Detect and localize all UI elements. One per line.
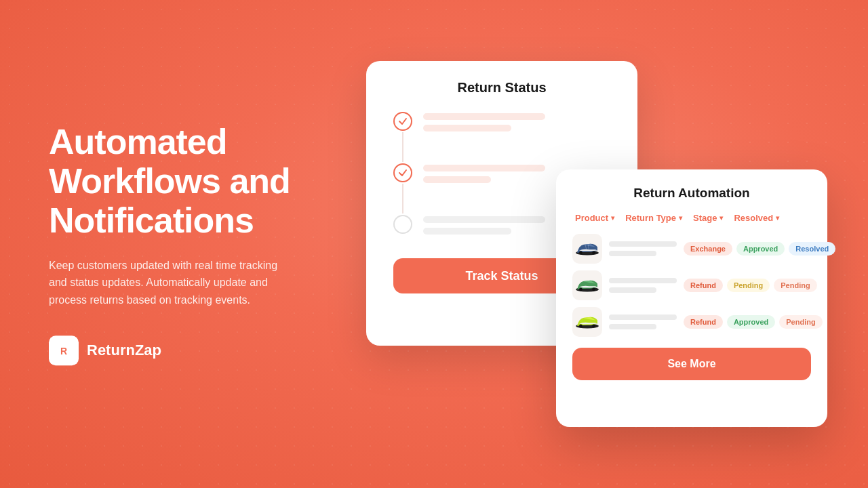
badges-row-1: Exchange Approved Resolved xyxy=(684,242,835,256)
timeline-circle-3 xyxy=(393,215,412,234)
product-image-2 xyxy=(572,270,602,300)
product-rows: Exchange Approved Resolved xyxy=(572,234,811,337)
see-more-button[interactable]: See More xyxy=(572,348,811,380)
product-row-2: Refund Pending Pending xyxy=(572,270,811,300)
product-row-1: Exchange Approved Resolved xyxy=(572,234,811,264)
product-lines-3 xyxy=(609,314,677,329)
svg-point-9 xyxy=(579,325,583,328)
product-image-1 xyxy=(572,234,602,264)
badge-exchange-1: Exchange xyxy=(684,242,732,256)
badge-approved-3: Approved xyxy=(727,315,775,329)
product-line-3b xyxy=(609,324,656,329)
timeline-line-2 xyxy=(402,184,403,214)
logo-row: R ReturnZap xyxy=(49,336,334,366)
resolved-filter-label: Resolved xyxy=(734,213,773,223)
svg-text:R: R xyxy=(60,346,67,357)
badges-row-2: Refund Pending Pending xyxy=(684,279,817,292)
timeline-icon-wrap-2 xyxy=(393,163,412,215)
timeline-bar-2a xyxy=(423,165,545,171)
timeline-bar-1b xyxy=(423,125,511,131)
return-status-title: Return Status xyxy=(387,80,617,96)
badge-approved-1: Approved xyxy=(736,242,785,256)
cards-container: Return Status xyxy=(366,61,827,427)
badge-pending-yellow-2: Pending xyxy=(727,279,770,292)
timeline-line-1 xyxy=(402,132,403,162)
product-row-3: Refund Approved Pending xyxy=(572,307,811,337)
product-line-1b xyxy=(609,251,656,256)
automation-title: Return Automation xyxy=(572,186,811,201)
logo-icon: R xyxy=(49,336,79,366)
logo-text: ReturnZap xyxy=(87,342,161,360)
background: Automated Workflows and Notifications Ke… xyxy=(0,0,868,488)
subtext: Keep customers updated with real time tr… xyxy=(49,257,293,309)
timeline-icon-wrap-1 xyxy=(393,112,412,163)
svg-point-3 xyxy=(579,251,583,255)
stage-filter-button[interactable]: Stage ▾ xyxy=(690,211,726,224)
return-automation-card: Return Automation Product ▾ Return Type … xyxy=(556,169,827,427)
badge-resolved-1: Resolved xyxy=(789,242,835,256)
badges-row-3: Refund Approved Pending xyxy=(684,315,823,329)
product-line-2a xyxy=(609,278,677,283)
stage-chevron-icon: ▾ xyxy=(719,214,723,222)
product-line-2b xyxy=(609,287,656,293)
filter-row: Product ▾ Return Type ▾ Stage ▾ Resolved… xyxy=(572,211,811,224)
return-type-filter-button[interactable]: Return Type ▾ xyxy=(623,211,685,224)
timeline-content-1 xyxy=(423,112,617,136)
logo-bold: Return xyxy=(87,342,135,359)
timeline-bar-3a xyxy=(423,216,545,223)
svg-point-10 xyxy=(592,325,595,328)
resolved-filter-button[interactable]: Resolved ▾ xyxy=(731,211,782,224)
left-section: Automated Workflows and Notifications Ke… xyxy=(49,122,334,365)
stage-filter-label: Stage xyxy=(693,213,717,223)
product-lines-1 xyxy=(609,241,677,256)
badge-pending-light-2: Pending xyxy=(774,279,816,292)
product-line-1a xyxy=(609,241,677,247)
svg-point-6 xyxy=(579,288,583,291)
timeline-bar-3b xyxy=(423,228,511,235)
timeline-circle-1 xyxy=(393,112,412,131)
headline: Automated Workflows and Notifications xyxy=(49,122,334,241)
product-line-3a xyxy=(609,314,677,320)
product-image-3 xyxy=(572,307,602,337)
product-filter-button[interactable]: Product ▾ xyxy=(572,211,617,224)
timeline-bar-2b xyxy=(423,176,491,183)
logo-regular: Zap xyxy=(135,342,161,359)
return-type-filter-label: Return Type xyxy=(625,213,676,223)
product-lines-2 xyxy=(609,278,677,293)
svg-point-4 xyxy=(592,251,595,255)
badge-pending-3: Pending xyxy=(779,315,822,329)
resolved-chevron-icon: ▾ xyxy=(776,214,779,222)
badge-refund-3: Refund xyxy=(684,315,723,329)
timeline-circle-2 xyxy=(393,163,412,182)
timeline-icon-wrap-3 xyxy=(393,215,412,234)
product-filter-label: Product xyxy=(575,213,608,223)
badge-refund-2: Refund xyxy=(684,279,723,292)
product-chevron-icon: ▾ xyxy=(611,214,614,222)
timeline-bar-1a xyxy=(423,113,545,120)
svg-point-7 xyxy=(592,288,595,291)
return-type-chevron-icon: ▾ xyxy=(679,214,682,222)
timeline-item-1 xyxy=(393,112,617,163)
